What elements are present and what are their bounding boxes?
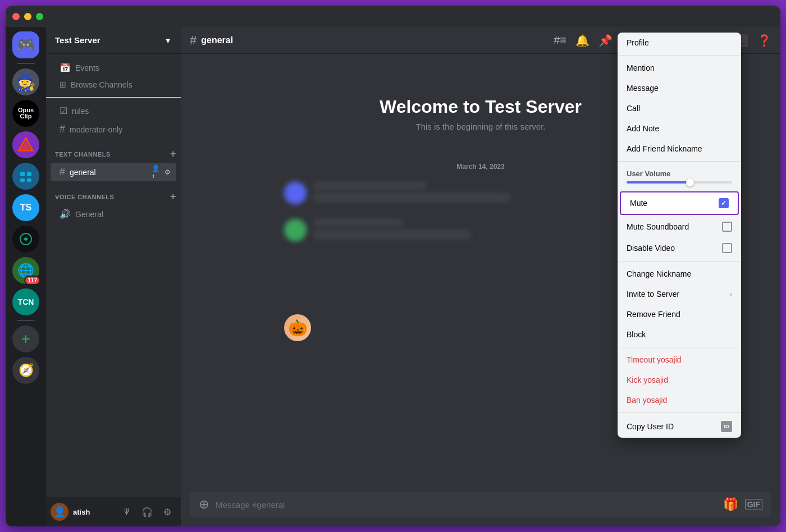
gif-icon[interactable]: GIF xyxy=(745,499,762,510)
server-icon-tcn[interactable]: TCN xyxy=(12,288,39,315)
pin-icon[interactable]: 📌 xyxy=(598,34,613,47)
timeout-label: Timeout yosajid xyxy=(627,355,682,364)
mute-checkbox-item[interactable]: Mute ✓ xyxy=(621,192,738,214)
sidebar-item-moderator[interactable]: # moderator-only xyxy=(51,120,176,139)
microphone-button[interactable]: 🎙 xyxy=(118,503,136,521)
context-menu-timeout[interactable]: Timeout yosajid xyxy=(618,350,741,370)
context-menu-message[interactable]: Message xyxy=(618,78,741,98)
context-menu-add-friend-nickname[interactable]: Add Friend Nickname xyxy=(618,139,741,159)
sidebar-item-browse[interactable]: ⊞ Browse Channels xyxy=(51,77,176,93)
server-icon-ts[interactable]: TS xyxy=(12,194,39,221)
message-avatar xyxy=(284,182,307,204)
title-bar xyxy=(6,6,780,27)
context-menu-block[interactable]: Block xyxy=(618,324,741,345)
add-text-channel-icon[interactable]: + xyxy=(170,148,176,160)
server-icon-wizard[interactable]: 🧙 xyxy=(12,68,39,95)
add-server-button[interactable]: + xyxy=(12,325,39,352)
chevron-down-icon: ▼ xyxy=(164,36,172,45)
profile-label: Profile xyxy=(627,38,649,47)
sidebar-item-events[interactable]: 📅 Events xyxy=(51,59,176,76)
channel-sidebar: Test Server ▼ 📅 Events ⊞ Browse Channels… xyxy=(46,27,181,526)
context-menu-change-nickname[interactable]: Change Nickname xyxy=(618,264,741,284)
context-menu-remove-friend[interactable]: Remove Friend xyxy=(618,304,741,324)
settings-icon[interactable]: ⚙ xyxy=(163,168,172,177)
server-icon-community[interactable]: 🌐 117 xyxy=(12,257,39,284)
explore-servers-button[interactable]: 🧭 xyxy=(12,357,39,384)
server-name: Test Server xyxy=(55,35,100,45)
channel-header-title: # general xyxy=(190,33,233,48)
mute-soundboard-checkbox[interactable] xyxy=(722,222,732,232)
add-attachment-icon[interactable]: ⊕ xyxy=(199,497,209,512)
user-id-icon: ID xyxy=(721,421,732,432)
threads-icon[interactable]: #≡ xyxy=(554,34,566,47)
change-nickname-label: Change Nickname xyxy=(627,269,691,278)
rules-icon: ☑ xyxy=(60,106,67,116)
context-menu-kick[interactable]: Kick yosajid xyxy=(618,370,741,390)
context-menu-profile[interactable]: Profile xyxy=(618,33,741,53)
voice-channels-category[interactable]: VOICE CHANNELS + xyxy=(46,182,181,205)
menu-divider-3 xyxy=(618,261,741,262)
input-actions: 🎁 GIF xyxy=(723,497,762,512)
context-menu: Profile Mention Message Call Add Note Ad… xyxy=(618,33,741,438)
context-menu-mute-soundboard[interactable]: Mute Soundboard xyxy=(618,216,741,237)
add-voice-channel-icon[interactable]: + xyxy=(170,191,176,203)
text-channels-category[interactable]: TEXT CHANNELS + xyxy=(46,139,181,162)
context-menu-add-note[interactable]: Add Note xyxy=(618,118,741,139)
disable-video-checkbox[interactable] xyxy=(722,243,732,253)
disable-video-label: Disable Video xyxy=(627,244,675,253)
channel-list: 📅 Events ⊞ Browse Channels ☑ rules # mod… xyxy=(46,54,181,497)
server-list: 🎮 🧙 Opus Clip TS 🌐 117 TCN xyxy=(6,27,46,526)
svg-rect-2 xyxy=(20,172,25,176)
server-icon-opus[interactable]: Opus Clip xyxy=(12,100,39,127)
rules-label: rules xyxy=(72,107,89,116)
context-menu-ban[interactable]: Ban yosajid xyxy=(618,390,741,410)
traffic-lights xyxy=(12,13,43,20)
volume-slider[interactable] xyxy=(618,179,741,188)
app-window: 🎮 🧙 Opus Clip TS 🌐 117 TCN xyxy=(6,6,780,526)
server-icon-prismatic[interactable] xyxy=(12,131,39,158)
context-menu-call[interactable]: Call xyxy=(618,98,741,118)
notification-icon[interactable]: 🔔 xyxy=(575,34,590,47)
invite-to-server-label: Invite to Server xyxy=(627,290,679,299)
username: atish xyxy=(73,508,113,516)
browse-icon: ⊞ xyxy=(60,80,66,89)
context-menu-disable-video[interactable]: Disable Video xyxy=(618,237,741,259)
mention-label: Mention xyxy=(627,63,655,72)
context-menu-mention[interactable]: Mention xyxy=(618,58,741,78)
menu-divider-4 xyxy=(618,347,741,347)
sidebar-item-voice-general[interactable]: 🔊 General xyxy=(51,205,176,223)
chat-input[interactable] xyxy=(216,500,716,510)
moderator-label: moderator-only xyxy=(70,125,122,134)
server-icon-discord[interactable]: 🎮 xyxy=(12,31,39,58)
context-menu-invite-to-server[interactable]: Invite to Server › xyxy=(618,284,741,304)
headphone-button[interactable]: 🎧 xyxy=(138,503,156,521)
user-avatar: 👤 xyxy=(51,503,68,521)
gift-icon[interactable]: 🎁 xyxy=(723,497,738,512)
date-label: March 14, 2023 xyxy=(456,163,504,171)
server-icon-openai[interactable] xyxy=(12,226,39,253)
server-header[interactable]: Test Server ▼ xyxy=(46,27,181,54)
speaker-icon: 🔊 xyxy=(60,209,71,219)
add-note-label: Add Note xyxy=(627,124,659,133)
close-button[interactable] xyxy=(12,13,20,20)
sidebar-divider xyxy=(46,97,181,98)
message-avatar-2 xyxy=(284,219,307,241)
menu-divider-5 xyxy=(618,412,741,413)
maximize-button[interactable] xyxy=(36,13,43,20)
sidebar-item-rules[interactable]: ☑ rules xyxy=(51,102,176,120)
sidebar-item-general[interactable]: # general 👤+ ⚙ xyxy=(51,163,176,181)
context-menu-mute-highlighted[interactable]: Mute ✓ xyxy=(620,191,739,215)
mute-checkbox[interactable]: ✓ xyxy=(719,198,729,208)
context-menu-copy-user-id[interactable]: Copy User ID ID xyxy=(618,415,741,438)
server-icon-taskade[interactable] xyxy=(12,163,39,190)
user-volume-section: User Volume xyxy=(618,164,741,190)
remove-friend-label: Remove Friend xyxy=(627,310,680,319)
settings-button[interactable]: ⚙ xyxy=(158,503,176,521)
add-friend-nickname-label: Add Friend Nickname xyxy=(627,144,702,153)
help-icon[interactable]: ❓ xyxy=(757,34,771,47)
minimize-button[interactable] xyxy=(24,13,31,20)
server-divider xyxy=(17,63,35,64)
welcome-subtitle: This is the beginning of this server. xyxy=(416,122,546,131)
general-channel-label: general xyxy=(70,168,96,177)
add-member-icon[interactable]: 👤+ xyxy=(152,168,161,177)
